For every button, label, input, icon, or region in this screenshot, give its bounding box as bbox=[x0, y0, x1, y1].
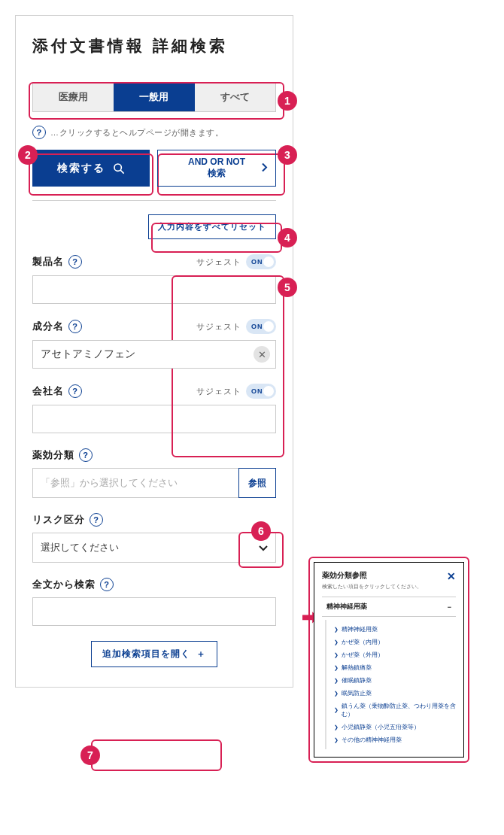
chevron-right-icon: ❯ bbox=[334, 724, 339, 730]
callout-badge-2: 2 bbox=[18, 145, 38, 165]
help-icon[interactable]: ? bbox=[79, 448, 93, 462]
suggest-label: サジェスト bbox=[196, 257, 241, 268]
fulltext-input[interactable] bbox=[32, 597, 276, 626]
action-row: 検索する AND OR NOT 検索 bbox=[32, 150, 276, 187]
label-category: 薬効分類 bbox=[32, 448, 74, 462]
expand-fields-button[interactable]: 追加検索項目を開く ＋ bbox=[91, 641, 217, 667]
search-button-label: 検索する bbox=[57, 162, 105, 175]
suggest-label: サジェスト bbox=[196, 386, 241, 397]
chevron-right-icon: ❯ bbox=[334, 652, 339, 658]
callout-ring-7 bbox=[91, 739, 222, 771]
popup-item[interactable]: ❯精神神経用薬 bbox=[334, 623, 456, 636]
svg-point-0 bbox=[114, 164, 121, 171]
popup-item[interactable]: ❯催眠鎮静薬 bbox=[334, 674, 456, 687]
label-company: 会社名 bbox=[32, 384, 64, 398]
chevron-right-icon: ❯ bbox=[334, 691, 339, 697]
suggest-toggle-product[interactable]: サジェスト ON bbox=[196, 254, 276, 269]
label-risk: リスク区分 bbox=[32, 513, 85, 527]
category-tabs: 医療用 一般用 すべて bbox=[32, 82, 276, 112]
suggest-label: サジェスト bbox=[196, 321, 241, 332]
plus-icon: ＋ bbox=[196, 648, 206, 660]
chevron-right-icon: ❯ bbox=[334, 627, 339, 633]
help-icon[interactable]: ? bbox=[68, 384, 82, 398]
popup-list: ❯精神神経用薬 ❯かぜ薬（内用） ❯かぜ薬（外用） ❯解熱鎮痛薬 ❯催眠鎮静薬 … bbox=[325, 620, 456, 749]
chevron-right-icon: ❯ bbox=[334, 678, 339, 684]
tab-medical[interactable]: 医療用 bbox=[33, 83, 114, 111]
chevron-down-icon bbox=[259, 542, 268, 554]
andor-search-button[interactable]: AND OR NOT 検索 bbox=[157, 150, 276, 187]
company-input[interactable] bbox=[32, 405, 276, 433]
help-icon[interactable]: ? bbox=[100, 578, 114, 591]
popup-subtitle: 検索したい項目をクリックしてください。 bbox=[322, 583, 422, 591]
search-button[interactable]: 検索する bbox=[32, 150, 150, 187]
callout-badge-7: 7 bbox=[80, 745, 100, 765]
page-title: 添付文書情報 詳細検索 bbox=[32, 35, 276, 56]
popup-cat-label: 精神神経用薬 bbox=[326, 602, 367, 612]
risk-placeholder: 選択してください bbox=[41, 541, 119, 554]
popup-item[interactable]: ❯その他の精神神経用薬 bbox=[334, 733, 456, 746]
field-risk: リスク区分 ? 選択してください bbox=[32, 513, 276, 563]
popup-category-header[interactable]: 精神神経用薬 − bbox=[322, 597, 456, 617]
chevron-right-icon: ❯ bbox=[334, 665, 339, 671]
chevron-right-icon: ❯ bbox=[334, 737, 339, 743]
close-icon[interactable]: ✕ bbox=[447, 570, 456, 582]
field-company: 会社名 ? サジェスト ON bbox=[32, 384, 276, 433]
callout-badge-4: 4 bbox=[278, 228, 297, 247]
toggle-on-icon: ON bbox=[246, 384, 276, 399]
toggle-on-icon: ON bbox=[246, 254, 276, 269]
label-product: 製品名 bbox=[32, 255, 64, 269]
popup-item[interactable]: ❯かぜ薬（内用） bbox=[334, 636, 456, 648]
search-panel: 添付文書情報 詳細検索 1 医療用 一般用 すべて ? …クリックするとヘルプペ… bbox=[15, 15, 293, 688]
expand-label: 追加検索項目を開く bbox=[102, 648, 190, 660]
andor-l2: 検索 bbox=[208, 167, 226, 180]
tab-all[interactable]: すべて bbox=[195, 83, 275, 111]
risk-select[interactable]: 選択してください bbox=[32, 533, 276, 563]
popup-item[interactable]: ❯眠気防止薬 bbox=[334, 687, 456, 700]
help-icon[interactable]: ? bbox=[90, 513, 103, 527]
lookup-button[interactable]: 参照 bbox=[238, 468, 276, 498]
tab-general[interactable]: 一般用 bbox=[114, 83, 194, 111]
reset-button[interactable]: 入力内容をすべてリセット bbox=[148, 214, 276, 239]
andor-l1: AND OR NOT bbox=[188, 156, 245, 167]
popup-item[interactable]: ❯かぜ薬（外用） bbox=[334, 648, 456, 661]
popup-item[interactable]: ❯鎮うん薬（乗物酔防止薬、つわり用薬を含む） bbox=[334, 700, 456, 721]
callout-badge-5: 5 bbox=[278, 278, 297, 297]
help-icon[interactable]: ? bbox=[68, 320, 82, 333]
callout-badge-1: 1 bbox=[278, 91, 297, 111]
help-hint: ? …クリックするとヘルプページが開きます。 bbox=[32, 126, 276, 139]
search-icon bbox=[113, 162, 125, 175]
popup-item[interactable]: ❯解熱鎮痛薬 bbox=[334, 661, 456, 674]
field-category: 薬効分類 ? 「参照」から選択してください 参照 bbox=[32, 448, 276, 498]
callout-badge-3: 3 bbox=[278, 145, 297, 165]
field-ingredient: 成分名 ? サジェスト ON ✕ bbox=[32, 319, 276, 369]
chevron-right-icon bbox=[262, 162, 268, 174]
svg-line-1 bbox=[120, 170, 124, 174]
popup-title: 薬効分類参照 bbox=[322, 570, 422, 581]
help-text: …クリックするとヘルプページが開きます。 bbox=[50, 127, 223, 138]
chevron-right-icon: ❯ bbox=[334, 639, 339, 645]
suggest-toggle-company[interactable]: サジェスト ON bbox=[196, 384, 276, 399]
label-fulltext: 全文から検索 bbox=[32, 578, 96, 591]
popup-item[interactable]: ❯小児鎮静薬（小児五疳薬等） bbox=[334, 721, 456, 733]
ingredient-input[interactable] bbox=[32, 340, 276, 369]
help-icon[interactable]: ? bbox=[32, 126, 46, 139]
category-input: 「参照」から選択してください bbox=[32, 468, 239, 498]
help-icon[interactable]: ? bbox=[68, 255, 82, 269]
chevron-right-icon: ❯ bbox=[334, 707, 339, 713]
toggle-on-icon: ON bbox=[246, 319, 276, 334]
divider bbox=[32, 200, 276, 201]
popup-frame: 薬効分類参照 検索したい項目をクリックしてください。 ✕ 精神神経用薬 − ❯精… bbox=[308, 557, 469, 763]
callout-badge-6: 6 bbox=[251, 521, 271, 541]
minus-icon: − bbox=[448, 603, 451, 611]
suggest-toggle-ingredient[interactable]: サジェスト ON bbox=[196, 319, 276, 334]
product-input[interactable] bbox=[32, 275, 276, 304]
clear-input-icon[interactable]: ✕ bbox=[254, 346, 270, 363]
category-lookup-popup: 薬効分類参照 検索したい項目をクリックしてください。 ✕ 精神神経用薬 − ❯精… bbox=[314, 562, 464, 758]
field-product: 製品名 ? サジェスト ON bbox=[32, 254, 276, 304]
field-fulltext: 全文から検索 ? bbox=[32, 578, 276, 626]
label-ingredient: 成分名 bbox=[32, 320, 64, 333]
